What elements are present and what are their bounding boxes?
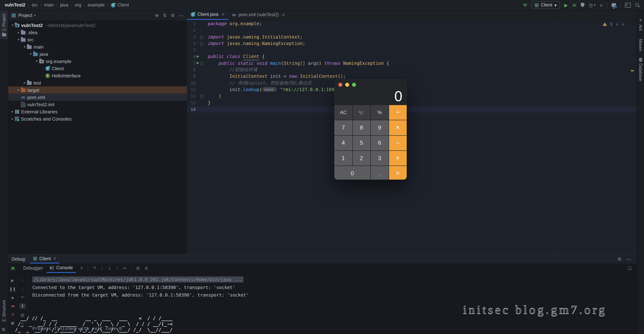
code-line[interactable]: 11 init.lookup(name: "rmi://127.0.0.1:10… [187,86,636,93]
chevron-down-icon[interactable]: ▾ [16,38,21,41]
coverage-button[interactable] [581,3,584,7]
calc-key-÷[interactable]: ÷ [389,105,407,120]
editor-tab-client[interactable]: Client.java✕ [187,10,228,20]
down-stack-button[interactable]: ↓ [22,286,24,291]
step-over-button[interactable]: ↷ [92,266,96,271]
code-line[interactable]: 12 } [187,93,636,100]
toolwindow-tab-maven[interactable]: Maven [637,37,644,52]
tree-item-org-example[interactable]: ▾org.example [8,58,187,65]
breadcrumb-item[interactable]: Client [111,3,129,8]
tree-item-target[interactable]: ▸target [8,86,187,94]
step-out-button[interactable]: ↑ [116,266,118,271]
fold-marker-icon[interactable] [200,36,203,39]
close-icon[interactable]: ✕ [282,13,285,17]
run-config-select[interactable]: Client▾ [532,1,560,9]
calc-key-0[interactable]: 0 [334,166,370,180]
close-icon[interactable]: ✕ [53,256,56,261]
debug-session-tab[interactable]: Client ✕ [30,254,59,263]
tree-item-src[interactable]: ▾src [8,36,187,43]
up-stack-button[interactable]: ↑ [22,278,24,282]
code-line[interactable]: 9 InitialContext init = new InitialConte… [187,73,636,80]
toolwindow-tab-database[interactable]: Database [637,58,644,81]
project-panel-title[interactable]: Project [18,13,32,18]
layout-settings-button[interactable]: ≣ [144,266,148,271]
code-line[interactable]: 1package org.example; [187,21,636,27]
inspections-widget[interactable]: 1 ∧ ∨ [603,22,624,26]
calc-key-9[interactable]: 9 [371,120,388,135]
hide-panel-button[interactable]: — [179,13,184,18]
stop-button[interactable]: ■ [11,295,14,300]
chevron-right-icon[interactable]: ▸ [10,117,15,121]
fold-marker-icon[interactable] [200,62,203,65]
prev-warning-icon[interactable]: ∧ [616,22,618,26]
chevron-down-icon[interactable]: ▾ [28,52,33,56]
calc-key-×[interactable]: × [389,120,407,135]
tree-item--idea[interactable]: ▸.idea [8,29,187,36]
code-line[interactable]: 8 //初始化环境 [187,67,636,73]
calc-key-−[interactable]: − [389,136,407,150]
calc-key-⁺⁄₋[interactable]: ⁺⁄₋ [352,105,370,120]
chevron-right-icon[interactable]: ▸ [10,110,15,113]
tree-item-main[interactable]: ▾main [8,43,187,50]
profiler-button[interactable]: ◷▾ [589,3,596,7]
code-line[interactable]: 6public class Client { [187,54,636,60]
fold-marker-icon[interactable] [200,42,203,45]
calc-key-1[interactable]: 1 [334,151,352,166]
run-line-icon[interactable] [197,62,199,65]
run-button[interactable]: ▶ [564,3,568,7]
calculator-titlebar[interactable]: 0 [334,80,407,105]
tree-item-test[interactable]: ▸test [8,79,187,86]
chevron-right-icon[interactable]: ▸ [16,88,21,92]
close-icon[interactable]: ✕ [221,12,224,17]
force-step-into-button[interactable]: ⇣ [108,266,111,271]
zoom-button[interactable] [352,83,356,87]
chevron-right-icon[interactable]: ▸ [16,31,21,34]
calc-key-8[interactable]: 8 [352,120,370,135]
chevron-down-icon[interactable]: ▾ [10,24,15,27]
calc-key-3[interactable]: 3 [371,151,388,166]
tree-item-client[interactable]: Client [8,65,187,72]
next-warning-icon[interactable]: ∨ [622,22,624,26]
debug-tab-debugger[interactable]: Debugger [20,263,46,273]
tree-item-hellointerface[interactable]: HelloInterface [8,72,187,79]
restore-layout-icon[interactable]: ❏ [628,266,636,271]
code-line[interactable]: 7 public static void main(String[] args)… [187,60,636,67]
soft-wrap-button[interactable]: ↩ [21,295,24,299]
code-line[interactable]: 13} [187,100,636,106]
breadcrumb-item[interactable]: main [44,3,54,8]
settings-button[interactable]: ⚙ [171,13,175,18]
breadcrumb-item[interactable]: src [32,3,38,8]
code-line[interactable]: 14 [187,106,636,113]
evaluate-expression-button[interactable]: ⊞ [136,266,140,271]
chevron-down-icon[interactable]: ▾ [34,14,36,17]
calc-key-=[interactable]: = [389,166,407,180]
calc-key-%[interactable]: % [371,105,388,120]
pause-button[interactable]: ❚❚ [9,287,16,291]
calc-key-6[interactable]: 6 [371,136,388,150]
close-button[interactable] [338,83,342,87]
breadcrumb-item[interactable]: org [75,3,81,8]
calc-key-AC[interactable]: AC [334,105,352,120]
toolwindow-tab-structure[interactable]: Z: Structure [0,300,8,322]
build-button[interactable]: ⚒ [523,3,527,7]
minimize-button[interactable] [345,83,349,87]
view-breakpoints-button[interactable]: ●● [11,304,14,308]
calc-key-2[interactable]: 2 [352,151,370,166]
hide-panel-icon[interactable]: — [626,256,631,261]
project-structure-button[interactable] [612,3,616,7]
tree-item-scratches-and-consoles[interactable]: ▸Scratches and Consoles [8,115,187,122]
resume-button[interactable]: ▶ [11,278,14,283]
settings-icon[interactable]: ⚙ [618,256,621,261]
tree-item-vulntest2-iml[interactable]: vulnTest2.iml [8,101,187,108]
collapse-all-button[interactable]: ⇅ [163,13,166,18]
breadcrumb-item[interactable]: java [60,3,68,8]
run-line-icon[interactable] [197,55,199,58]
window-grid-icon[interactable]: ▦ [2,327,5,331]
chevron-down-icon[interactable]: ▾ [22,45,27,49]
code-line[interactable]: 2 [187,27,636,34]
code-line[interactable]: 10 // 寻找Exploit，然后会执行EL表达式 [187,80,636,86]
calculator-window[interactable]: 0 AC⁺⁄₋%÷789×456−123+0.= [334,80,407,180]
breadcrumb-item[interactable]: vulnTest2 [5,3,25,8]
chevron-right-icon[interactable]: ▸ [22,81,27,85]
calc-key-5[interactable]: 5 [352,136,370,150]
